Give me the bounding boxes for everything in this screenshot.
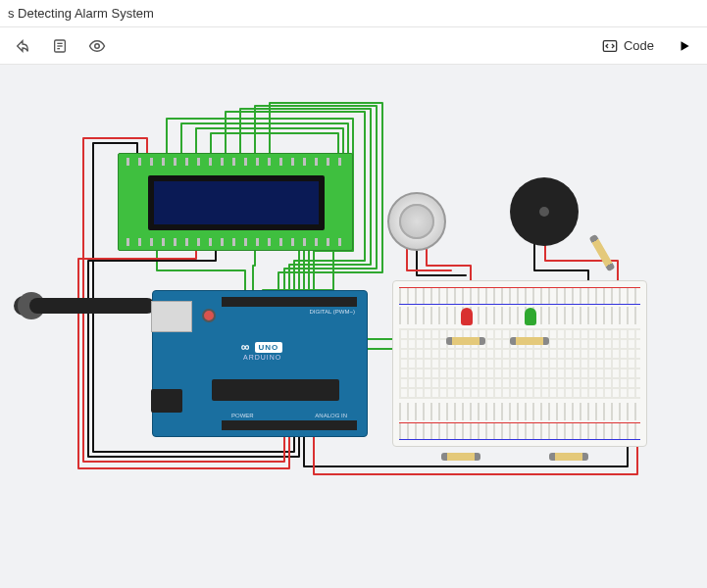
share-button[interactable] [6, 31, 39, 61]
arduino-power-label: POWER [231, 413, 254, 418]
arduino-uno[interactable]: ∞ UNO ARDUINO DIGITAL (PWM~) POWER ANALO… [152, 290, 368, 437]
piezo-buzzer[interactable] [510, 177, 579, 246]
arduino-atmega-chip [212, 379, 339, 401]
lcd-16x2[interactable] [118, 153, 353, 251]
resistor-3[interactable] [589, 234, 616, 272]
breadboard-rail-bot-2 [399, 422, 640, 440]
breadboard-rail-top-1 [399, 287, 640, 305]
resistor-2[interactable] [510, 337, 549, 345]
resistor-4[interactable] [549, 453, 588, 461]
start-simulation-button[interactable] [668, 31, 701, 61]
visibility-button[interactable] [80, 31, 114, 61]
breadboard[interactable] [392, 280, 647, 447]
code-button-label: Code [624, 38, 654, 53]
eye-icon [88, 37, 106, 55]
usb-cable [29, 298, 155, 314]
notes-icon [52, 38, 68, 54]
gas-sensor[interactable] [387, 192, 446, 251]
arduino-model-badge: UNO [255, 342, 283, 353]
arduino-power-jack [151, 389, 182, 413]
code-button[interactable]: Code [592, 34, 664, 58]
led-green[interactable] [525, 308, 536, 325]
arduino-brand-label: ARDUINO [243, 354, 281, 361]
resistor-1[interactable] [446, 337, 485, 345]
arduino-power-analog-header [222, 420, 357, 430]
code-icon [602, 38, 618, 54]
project-title-bar: s Detecting Alarm System [0, 0, 707, 27]
led-red[interactable] [461, 308, 473, 325]
lcd-pins-bottom [126, 238, 344, 246]
play-icon [678, 39, 691, 53]
svg-point-4 [95, 43, 100, 48]
breadboard-rail-top-2 [399, 307, 640, 324]
circuit-canvas[interactable]: ∞ UNO ARDUINO DIGITAL (PWM~) POWER ANALO… [0, 65, 707, 588]
arduino-digital-label: DIGITAL (PWM~) [310, 309, 356, 315]
resistor-5[interactable] [441, 453, 480, 461]
share-icon [15, 38, 30, 54]
main-toolbar: Code [0, 27, 707, 65]
notes-button[interactable] [43, 31, 76, 61]
arduino-brand-row: ∞ UNO [241, 340, 282, 354]
lcd-screen [148, 175, 325, 230]
arduino-digital-header [222, 297, 357, 307]
arduino-analog-label: ANALOG IN [315, 413, 347, 418]
arduino-reset-button[interactable] [202, 309, 216, 322]
lcd-pins-top [126, 158, 344, 166]
breadboard-rail-bot-1 [399, 403, 640, 420]
project-title: s Detecting Alarm System [8, 6, 154, 21]
arduino-usb-port [151, 301, 192, 332]
